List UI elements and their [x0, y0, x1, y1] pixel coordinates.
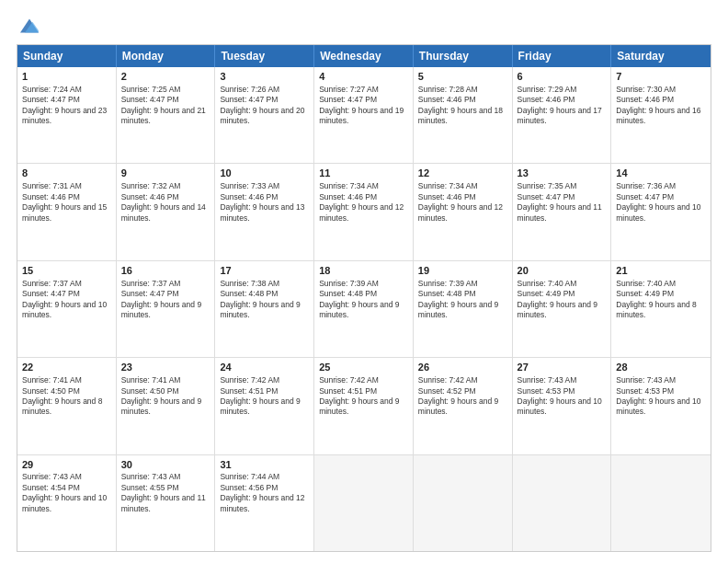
calendar-cell: 30 Sunrise: 7:43 AM Sunset: 4:55 PM Dayl…: [117, 455, 216, 551]
sunset: Sunset: 4:49 PM: [518, 289, 575, 298]
calendar-body: 1 Sunrise: 7:24 AM Sunset: 4:47 PM Dayli…: [17, 67, 711, 551]
calendar-cell: 24 Sunrise: 7:42 AM Sunset: 4:51 PM Dayl…: [215, 358, 314, 454]
sunrise: Sunrise: 7:43 AM: [616, 375, 676, 385]
header-friday: Friday: [513, 45, 612, 67]
header: [17, 17, 711, 35]
daylight: Daylight: 9 hours and 12 minutes.: [319, 202, 404, 222]
calendar-cell: 5 Sunrise: 7:28 AM Sunset: 4:46 PM Dayli…: [414, 67, 513, 163]
sunrise: Sunrise: 7:43 AM: [22, 472, 82, 481]
calendar-cell: 12 Sunrise: 7:34 AM Sunset: 4:46 PM Dayl…: [414, 164, 513, 259]
daylight: Daylight: 9 hours and 10 minutes.: [22, 493, 107, 512]
day-number: 25: [319, 361, 408, 374]
calendar-cell: [513, 455, 612, 551]
calendar-cell: [414, 455, 513, 551]
day-number: 13: [518, 167, 607, 180]
calendar-row-0: 1 Sunrise: 7:24 AM Sunset: 4:47 PM Dayli…: [17, 67, 711, 164]
daylight: Daylight: 9 hours and 11 minutes.: [121, 493, 206, 512]
calendar-cell: 21 Sunrise: 7:40 AM Sunset: 4:49 PM Dayl…: [611, 261, 711, 357]
header-wednesday: Wednesday: [314, 45, 414, 67]
daylight: Daylight: 9 hours and 15 minutes.: [22, 202, 107, 222]
sunset: Sunset: 4:46 PM: [616, 95, 674, 104]
sunset: Sunset: 4:54 PM: [22, 483, 80, 492]
sunrise: Sunrise: 7:40 AM: [518, 279, 577, 288]
day-number: 9: [121, 167, 210, 180]
day-number: 4: [319, 70, 408, 84]
logo: [17, 17, 40, 35]
sunset: Sunset: 4:46 PM: [518, 95, 575, 104]
calendar-row-1: 8 Sunrise: 7:31 AM Sunset: 4:46 PM Dayli…: [17, 164, 711, 260]
sunset: Sunset: 4:47 PM: [319, 95, 377, 104]
sunset: Sunset: 4:46 PM: [418, 95, 476, 104]
daylight: Daylight: 9 hours and 10 minutes.: [616, 396, 700, 416]
day-number: 16: [121, 264, 210, 278]
day-number: 20: [518, 264, 607, 278]
sunset: Sunset: 4:46 PM: [319, 192, 377, 201]
day-number: 23: [121, 361, 210, 374]
sunrise: Sunrise: 7:36 AM: [616, 181, 676, 190]
day-number: 7: [616, 70, 706, 84]
sunset: Sunset: 4:46 PM: [220, 192, 278, 201]
sunrise: Sunrise: 7:25 AM: [121, 85, 181, 94]
calendar-cell: 3 Sunrise: 7:26 AM Sunset: 4:47 PM Dayli…: [215, 67, 314, 163]
daylight: Daylight: 9 hours and 18 minutes.: [418, 106, 503, 125]
daylight: Daylight: 9 hours and 10 minutes.: [518, 396, 602, 416]
sunset: Sunset: 4:47 PM: [22, 95, 80, 104]
day-number: 28: [616, 361, 706, 374]
daylight: Daylight: 9 hours and 9 minutes.: [319, 396, 399, 416]
header-thursday: Thursday: [414, 45, 513, 67]
calendar-header: Sunday Monday Tuesday Wednesday Thursday…: [17, 45, 711, 67]
calendar-cell: 14 Sunrise: 7:36 AM Sunset: 4:47 PM Dayl…: [611, 164, 711, 259]
day-number: 14: [616, 167, 706, 180]
sunrise: Sunrise: 7:30 AM: [616, 85, 676, 94]
sunset: Sunset: 4:46 PM: [418, 192, 476, 201]
calendar: Sunday Monday Tuesday Wednesday Thursday…: [17, 44, 711, 552]
calendar-cell: 6 Sunrise: 7:29 AM Sunset: 4:46 PM Dayli…: [513, 67, 612, 163]
calendar-row-4: 29 Sunrise: 7:43 AM Sunset: 4:54 PM Dayl…: [17, 455, 711, 551]
calendar-cell: 1 Sunrise: 7:24 AM Sunset: 4:47 PM Dayli…: [17, 67, 117, 163]
daylight: Daylight: 9 hours and 9 minutes.: [518, 300, 597, 319]
day-number: 15: [22, 264, 111, 278]
daylight: Daylight: 9 hours and 14 minutes.: [121, 202, 206, 222]
day-number: 8: [22, 167, 111, 180]
calendar-cell: 2 Sunrise: 7:25 AM Sunset: 4:47 PM Dayli…: [117, 67, 216, 163]
sunrise: Sunrise: 7:34 AM: [418, 181, 478, 190]
sunset: Sunset: 4:47 PM: [121, 289, 179, 298]
sunset: Sunset: 4:51 PM: [319, 386, 377, 396]
sunset: Sunset: 4:47 PM: [220, 95, 278, 104]
sunrise: Sunrise: 7:27 AM: [319, 85, 379, 94]
header-monday: Monday: [117, 45, 216, 67]
sunset: Sunset: 4:56 PM: [220, 483, 278, 492]
day-number: 17: [220, 264, 309, 278]
sunset: Sunset: 4:47 PM: [121, 95, 179, 104]
daylight: Daylight: 9 hours and 16 minutes.: [616, 106, 700, 125]
sunset: Sunset: 4:47 PM: [518, 192, 575, 201]
day-number: 10: [220, 167, 309, 180]
calendar-cell: 13 Sunrise: 7:35 AM Sunset: 4:47 PM Dayl…: [513, 164, 612, 259]
daylight: Daylight: 9 hours and 20 minutes.: [220, 106, 304, 125]
header-tuesday: Tuesday: [215, 45, 314, 67]
daylight: Daylight: 9 hours and 9 minutes.: [121, 396, 201, 416]
day-number: 12: [418, 167, 507, 180]
sunset: Sunset: 4:48 PM: [319, 289, 377, 298]
sunrise: Sunrise: 7:38 AM: [220, 279, 279, 288]
sunset: Sunset: 4:47 PM: [22, 289, 80, 298]
daylight: Daylight: 9 hours and 12 minutes.: [418, 202, 503, 222]
day-number: 24: [220, 361, 309, 374]
daylight: Daylight: 9 hours and 11 minutes.: [518, 202, 602, 222]
calendar-cell: 15 Sunrise: 7:37 AM Sunset: 4:47 PM Dayl…: [17, 261, 117, 357]
sunrise: Sunrise: 7:31 AM: [22, 181, 82, 190]
daylight: Daylight: 9 hours and 9 minutes.: [319, 300, 399, 319]
daylight: Daylight: 9 hours and 9 minutes.: [418, 300, 498, 319]
sunrise: Sunrise: 7:43 AM: [121, 472, 181, 481]
sunrise: Sunrise: 7:29 AM: [518, 85, 577, 94]
calendar-cell: 28 Sunrise: 7:43 AM Sunset: 4:53 PM Dayl…: [611, 358, 711, 454]
sunrise: Sunrise: 7:42 AM: [220, 375, 279, 385]
sunset: Sunset: 4:50 PM: [121, 386, 179, 396]
sunset: Sunset: 4:51 PM: [220, 386, 278, 396]
day-number: 2: [121, 70, 210, 84]
daylight: Daylight: 9 hours and 10 minutes.: [22, 300, 107, 319]
daylight: Daylight: 9 hours and 12 minutes.: [220, 493, 304, 512]
daylight: Daylight: 9 hours and 9 minutes.: [418, 396, 498, 416]
sunset: Sunset: 4:46 PM: [121, 192, 179, 201]
sunset: Sunset: 4:49 PM: [616, 289, 674, 298]
